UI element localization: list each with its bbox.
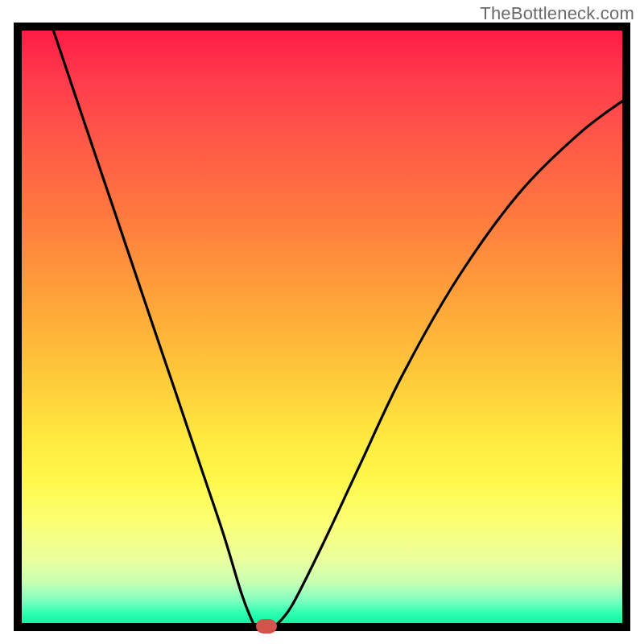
optimal-point-marker: [256, 619, 277, 634]
chart-container: [14, 23, 630, 631]
bottleneck-curve: [14, 23, 630, 631]
frame-border-left: [14, 23, 22, 631]
watermark-text: TheBottleneck.com: [480, 3, 634, 24]
frame-border-bottom: [14, 623, 630, 631]
frame-border-right: [622, 23, 630, 631]
